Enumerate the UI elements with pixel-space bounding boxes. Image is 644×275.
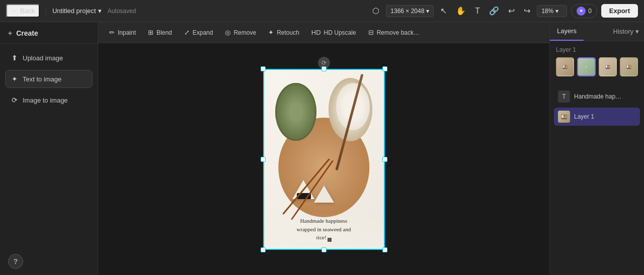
layer-section: Layer 1 🍱 ✓ 🍱 🍱: [550, 41, 644, 87]
resize-handle-bottom-right[interactable]: [382, 247, 387, 252]
retouch-button[interactable]: ✦ Retouch: [263, 26, 304, 39]
history-label: History: [613, 28, 633, 35]
link-icon-button[interactable]: 🔗: [487, 4, 502, 18]
canvas-image[interactable]: Handmade happinesswrapped in seaweed and…: [263, 69, 385, 250]
autosaved-label: Autosaved: [108, 8, 136, 15]
credits-button[interactable]: ✦ 0: [571, 4, 597, 18]
layer-thumb-2[interactable]: ✓: [577, 57, 595, 76]
text-cursor: [328, 238, 332, 242]
layer-list-item-layer1[interactable]: 🍱 Layer 1: [554, 108, 640, 126]
toolbar: ✏ Inpaint ⊞ Blend ⤢ Expand ◎ Remove ✦ Re…: [98, 22, 549, 43]
text-to-image-label: Text to image: [23, 75, 61, 83]
canvas-area: ✏ Inpaint ⊞ Blend ⤢ Expand ◎ Remove ✦ Re…: [98, 22, 549, 275]
image-to-image-icon: ⟳: [12, 96, 18, 104]
layer-thumb-3[interactable]: 🍱: [599, 57, 617, 76]
cursor-tool-icon[interactable]: ↖: [438, 4, 449, 18]
expand-icon: ⤢: [184, 29, 190, 36]
canvas-image-text: Handmade happinesswrapped in seaweed and…: [297, 218, 351, 240]
upscale-label: HD Upscale: [324, 29, 356, 36]
text-to-image-icon: ✦: [12, 75, 18, 83]
layer1-label: Layer 1: [574, 113, 594, 120]
undo-button[interactable]: ↩: [506, 4, 517, 18]
layer-thumb-1[interactable]: 🍱: [556, 57, 574, 76]
remove-label: Remove: [233, 29, 256, 36]
history-chevron-icon: ▾: [635, 28, 639, 35]
resize-handle-bottom-left[interactable]: [261, 247, 266, 252]
canvas-frame[interactable]: ⟳: [263, 69, 385, 250]
sidebar-items: ⬆ Upload image ✦ Text to image ⟳ Image t…: [0, 44, 98, 114]
topbar: ← Back Untitled project ▾ Autosaved ⬡ 13…: [0, 0, 644, 22]
text-layer-label: Handmade happi…: [574, 93, 624, 100]
layer-list-item-text[interactable]: T Handmade happi…: [554, 87, 640, 106]
create-icon: +: [8, 29, 12, 37]
redo-button[interactable]: ↪: [521, 4, 533, 18]
dims-chevron-icon: ▾: [426, 8, 429, 15]
image-to-image-label: Image to image: [23, 97, 68, 104]
upload-image-icon: ⬆: [12, 54, 18, 62]
sidebar-item-upload-image[interactable]: ⬆ Upload image: [5, 49, 93, 67]
blend-button[interactable]: ⊞ Blend: [143, 26, 177, 39]
sidebar-header-label: Create: [16, 29, 38, 37]
sidebar-item-image-to-image[interactable]: ⟳ Image to image: [5, 91, 93, 109]
blend-label: Blend: [156, 29, 172, 36]
topbar-actions: ⬡ 1366 × 2048 ▾ ↖ ✋ T 🔗 ↩ ↪ 18% ▾ ✦ 0 Ex…: [370, 4, 638, 18]
expand-button[interactable]: ⤢ Expand: [179, 26, 218, 39]
layer-list: T Handmade happi… 🍱 Layer 1: [550, 87, 644, 126]
resize-handle-top-left[interactable]: [261, 66, 266, 71]
project-name-label: Untitled project: [52, 7, 96, 15]
tab-layers[interactable]: Layers: [550, 22, 584, 41]
sidebar-item-text-to-image[interactable]: ✦ Text to image: [5, 70, 93, 88]
layer-thumbnails: 🍱 ✓ 🍱 🍱: [556, 57, 638, 76]
share-icon-button[interactable]: ⬡: [370, 4, 382, 18]
help-button[interactable]: ?: [8, 254, 23, 269]
retouch-icon: ✦: [268, 29, 274, 36]
text-tool-icon[interactable]: T: [472, 4, 482, 18]
layer1-thumb-icon: 🍱: [558, 111, 570, 123]
onigiri-2-decoration: [314, 186, 334, 203]
remove-bg-label: Remove back…: [377, 29, 420, 36]
back-button[interactable]: ← Back: [6, 4, 40, 18]
upscale-button[interactable]: HD HD Upscale: [306, 26, 361, 39]
project-chevron-icon: ▾: [98, 7, 102, 15]
canvas-text-overlay[interactable]: Handmade happinesswrapped in seaweed and…: [263, 212, 385, 250]
text-layer-icon: T: [558, 90, 570, 103]
zoom-value: 18%: [541, 8, 553, 15]
resize-handle-bottom-center[interactable]: [321, 247, 327, 252]
credits-icon: ✦: [577, 7, 586, 16]
topbar-divider: [46, 6, 46, 16]
main-layout: + Create ⬆ Upload image ✦ Text to image …: [0, 22, 644, 275]
tab-history[interactable]: History ▾: [608, 22, 644, 41]
remove-icon: ◎: [225, 29, 230, 36]
inpaint-button[interactable]: ✏ Inpaint: [104, 26, 141, 39]
sidebar-header: + Create: [0, 22, 98, 44]
credits-count: 0: [588, 8, 592, 15]
retouch-label: Retouch: [277, 29, 299, 36]
upscale-icon: HD: [311, 29, 321, 36]
zoom-selector[interactable]: 18% ▾: [537, 5, 567, 17]
project-name-button[interactable]: Untitled project ▾: [52, 7, 102, 15]
dimensions-selector[interactable]: 1366 × 2048 ▾: [386, 5, 434, 17]
upload-image-label: Upload image: [23, 54, 63, 62]
canvas-workspace[interactable]: ⟳: [98, 43, 549, 275]
zoom-chevron-icon: ▾: [555, 8, 558, 15]
resize-handle-top-right[interactable]: [382, 66, 387, 71]
remove-bg-button[interactable]: ⊟ Remove back…: [363, 26, 425, 39]
resize-handle-middle-right[interactable]: [382, 157, 387, 162]
remove-button[interactable]: ◎ Remove: [220, 26, 261, 39]
resize-handle-middle-left[interactable]: [261, 157, 266, 162]
expand-label: Expand: [193, 29, 213, 36]
resize-handle-top-center[interactable]: [321, 66, 327, 71]
inpaint-label: Inpaint: [118, 29, 136, 36]
right-panel: Layers History ▾ Layer 1 🍱 ✓ 🍱 🍱: [549, 22, 644, 275]
inpaint-icon: ✏: [109, 29, 115, 36]
layer-section-title: Layer 1: [556, 46, 638, 53]
back-arrow-icon: ←: [11, 7, 18, 15]
layer-thumb-4[interactable]: 🍱: [620, 57, 638, 76]
bowl-left-rim-decoration: [275, 83, 316, 141]
hand-tool-icon[interactable]: ✋: [453, 4, 468, 18]
blend-icon: ⊞: [148, 29, 153, 36]
panel-tabs: Layers History ▾: [550, 22, 644, 41]
export-button[interactable]: Export: [601, 4, 638, 18]
remove-bg-icon: ⊟: [368, 29, 374, 36]
sidebar: + Create ⬆ Upload image ✦ Text to image …: [0, 22, 98, 275]
